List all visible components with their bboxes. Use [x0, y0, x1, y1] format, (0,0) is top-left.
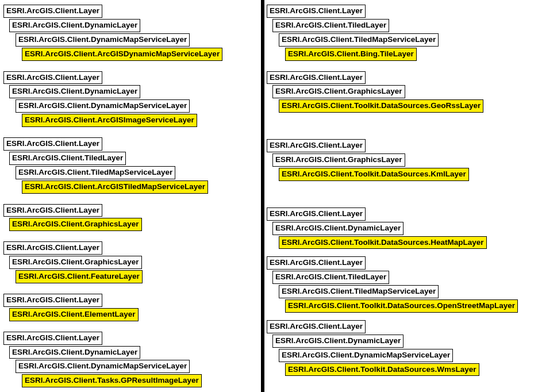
class-row: ESRI.ArcGIS.Client.GraphicsLayer	[267, 152, 535, 167]
class-row: ESRI.ArcGIS.Client.Layer	[267, 70, 535, 84]
hierarchy-group: ESRI.ArcGIS.Client.LayerESRI.ArcGIS.Clie…	[3, 293, 258, 321]
class-box: ESRI.ArcGIS.Client.TiledMapServiceLayer	[16, 166, 175, 179]
class-row: ESRI.ArcGIS.Client.TiledMapServiceLayer	[3, 165, 258, 179]
class-row: ESRI.ArcGIS.Client.DynamicMapServiceLaye…	[3, 359, 258, 373]
class-row: ESRI.ArcGIS.Client.DynamicMapServiceLaye…	[267, 348, 535, 362]
class-box: ESRI.ArcGIS.Client.DynamicMapServiceLaye…	[16, 99, 190, 113]
class-box: ESRI.ArcGIS.Client.DynamicLayer	[9, 85, 140, 98]
class-row: ESRI.ArcGIS.Client.DynamicLayer	[3, 84, 258, 98]
class-box: ESRI.ArcGIS.Client.GraphicsLayer	[9, 256, 142, 269]
left-column: ESRI.ArcGIS.Client.LayerESRI.ArcGIS.Clie…	[0, 0, 261, 392]
class-box: ESRI.ArcGIS.Client.DynamicMapServiceLaye…	[16, 360, 190, 373]
class-row: ESRI.ArcGIS.Client.Tasks.GPResultImageLa…	[3, 373, 258, 387]
class-box: ESRI.ArcGIS.Client.Layer	[3, 71, 102, 84]
class-row: ESRI.ArcGIS.Client.Toolkit.DataSources.K…	[267, 167, 535, 181]
class-box: ESRI.ArcGIS.Client.Layer	[3, 137, 102, 151]
class-row: ESRI.ArcGIS.Client.ArcGISTiledMapService…	[3, 179, 258, 194]
class-row: ESRI.ArcGIS.Client.Layer	[267, 138, 535, 152]
class-row: ESRI.ArcGIS.Client.GraphicsLayer	[3, 217, 258, 231]
class-row: ESRI.ArcGIS.Client.DynamicMapServiceLaye…	[3, 32, 258, 47]
hierarchy-group: ESRI.ArcGIS.Client.LayerESRI.ArcGIS.Clie…	[3, 3, 258, 61]
class-box-leaf: ESRI.ArcGIS.Client.ElementLayer	[9, 308, 139, 321]
class-row: ESRI.ArcGIS.Client.Layer	[3, 203, 258, 217]
hierarchy-group: ESRI.ArcGIS.Client.LayerESRI.ArcGIS.Clie…	[267, 319, 535, 376]
class-row: ESRI.ArcGIS.Client.Layer	[3, 136, 258, 151]
class-row: ESRI.ArcGIS.Client.Toolkit.DataSources.G…	[267, 98, 535, 113]
hierarchy-group: ESRI.ArcGIS.Client.LayerESRI.ArcGIS.Clie…	[267, 138, 535, 181]
class-box: ESRI.ArcGIS.Client.TiledLayer	[272, 271, 389, 284]
class-box-leaf: ESRI.ArcGIS.Client.Toolkit.DataSources.H…	[279, 236, 487, 249]
class-row: ESRI.ArcGIS.Client.TiledMapServiceLayer	[267, 284, 535, 298]
class-box: ESRI.ArcGIS.Client.Layer	[267, 207, 366, 221]
class-row: ESRI.ArcGIS.Client.TiledLayer	[3, 151, 258, 165]
class-box: ESRI.ArcGIS.Client.TiledLayer	[272, 19, 389, 32]
class-row: ESRI.ArcGIS.Client.Layer	[267, 206, 535, 221]
class-box: ESRI.ArcGIS.Client.Layer	[267, 256, 366, 270]
class-row: ESRI.ArcGIS.Client.Layer	[267, 255, 535, 270]
class-row: ESRI.ArcGIS.Client.GraphicsLayer	[267, 84, 535, 98]
class-box: ESRI.ArcGIS.Client.GraphicsLayer	[272, 153, 405, 167]
right-column: ESRI.ArcGIS.Client.LayerESRI.ArcGIS.Clie…	[264, 0, 538, 392]
class-row: ESRI.ArcGIS.Client.Layer	[3, 293, 258, 307]
class-row: ESRI.ArcGIS.Client.Layer	[3, 70, 258, 84]
class-row: ESRI.ArcGIS.Client.Layer	[267, 319, 535, 333]
class-row: ESRI.ArcGIS.Client.FeatureLayer	[3, 269, 258, 283]
class-row: ESRI.ArcGIS.Client.ElementLayer	[3, 307, 258, 321]
class-row: ESRI.ArcGIS.Client.GraphicsLayer	[3, 255, 258, 269]
class-row: ESRI.ArcGIS.Client.Layer	[3, 330, 258, 345]
class-box: ESRI.ArcGIS.Client.Layer	[267, 5, 366, 18]
class-box: ESRI.ArcGIS.Client.DynamicLayer	[9, 346, 140, 359]
class-box-leaf: ESRI.ArcGIS.Client.Bing.TileLayer	[285, 48, 417, 61]
class-row: ESRI.ArcGIS.Client.TiledLayer	[267, 270, 535, 284]
class-row: ESRI.ArcGIS.Client.DynamicLayer	[3, 18, 258, 32]
class-box-leaf: ESRI.ArcGIS.Client.ArcGISDynamicMapServi…	[22, 48, 222, 61]
class-row: ESRI.ArcGIS.Client.ArcGISImageServiceLay…	[3, 113, 258, 127]
class-box: ESRI.ArcGIS.Client.Layer	[267, 139, 366, 152]
hierarchy-group: ESRI.ArcGIS.Client.LayerESRI.ArcGIS.Clie…	[3, 240, 258, 283]
class-box: ESRI.ArcGIS.Client.TiledMapServiceLayer	[279, 285, 439, 298]
class-row: ESRI.ArcGIS.Client.Toolkit.DataSources.H…	[267, 235, 535, 249]
class-row: ESRI.ArcGIS.Client.DynamicLayer	[267, 221, 535, 235]
class-box: ESRI.ArcGIS.Client.Layer	[267, 71, 366, 84]
class-box: ESRI.ArcGIS.Client.Layer	[3, 204, 102, 217]
class-box: ESRI.ArcGIS.Client.Layer	[267, 320, 366, 333]
hierarchy-group: ESRI.ArcGIS.Client.LayerESRI.ArcGIS.Clie…	[3, 330, 258, 388]
class-row: ESRI.ArcGIS.Client.Bing.TileLayer	[267, 47, 535, 61]
class-row: ESRI.ArcGIS.Client.Toolkit.DataSources.O…	[267, 298, 535, 313]
hierarchy-group: ESRI.ArcGIS.Client.LayerESRI.ArcGIS.Clie…	[267, 206, 535, 249]
class-box-leaf: ESRI.ArcGIS.Client.Toolkit.DataSources.O…	[285, 299, 518, 313]
diagram-root: ESRI.ArcGIS.Client.LayerESRI.ArcGIS.Clie…	[0, 0, 538, 392]
class-box: ESRI.ArcGIS.Client.Layer	[3, 294, 102, 307]
hierarchy-group: ESRI.ArcGIS.Client.LayerESRI.ArcGIS.Clie…	[3, 136, 258, 194]
hierarchy-group: ESRI.ArcGIS.Client.LayerESRI.ArcGIS.Clie…	[3, 70, 258, 128]
class-row: ESRI.ArcGIS.Client.Layer	[267, 3, 535, 18]
class-box: ESRI.ArcGIS.Client.DynamicMapServiceLaye…	[16, 33, 190, 47]
class-box: ESRI.ArcGIS.Client.Layer	[3, 332, 102, 345]
class-row: ESRI.ArcGIS.Client.TiledLayer	[267, 18, 535, 32]
class-box: ESRI.ArcGIS.Client.TiledLayer	[9, 152, 126, 165]
class-row: ESRI.ArcGIS.Client.Layer	[3, 3, 258, 18]
hierarchy-group: ESRI.ArcGIS.Client.LayerESRI.ArcGIS.Clie…	[3, 203, 258, 232]
class-box-leaf: ESRI.ArcGIS.Client.ArcGISTiledMapService…	[22, 180, 208, 194]
class-box-leaf: ESRI.ArcGIS.Client.Tasks.GPResultImageLa…	[22, 374, 202, 387]
class-box: ESRI.ArcGIS.Client.GraphicsLayer	[272, 85, 405, 98]
hierarchy-group: ESRI.ArcGIS.Client.LayerESRI.ArcGIS.Clie…	[267, 255, 535, 313]
class-row: ESRI.ArcGIS.Client.TiledMapServiceLayer	[267, 32, 535, 47]
class-row: ESRI.ArcGIS.Client.DynamicLayer	[3, 345, 258, 359]
class-box: ESRI.ArcGIS.Client.DynamicLayer	[272, 335, 403, 348]
class-box: ESRI.ArcGIS.Client.Layer	[3, 241, 102, 255]
class-box-leaf: ESRI.ArcGIS.Client.Toolkit.DataSources.K…	[279, 168, 469, 181]
class-box: ESRI.ArcGIS.Client.DynamicLayer	[9, 19, 140, 32]
class-row: ESRI.ArcGIS.Client.Toolkit.DataSources.W…	[267, 362, 535, 376]
class-box-leaf: ESRI.ArcGIS.Client.GraphicsLayer	[9, 218, 142, 231]
hierarchy-group: ESRI.ArcGIS.Client.LayerESRI.ArcGIS.Clie…	[267, 3, 535, 61]
class-row: ESRI.ArcGIS.Client.DynamicMapServiceLaye…	[3, 98, 258, 113]
hierarchy-group: ESRI.ArcGIS.Client.LayerESRI.ArcGIS.Clie…	[267, 70, 535, 113]
class-box: ESRI.ArcGIS.Client.TiledMapServiceLayer	[279, 33, 439, 47]
class-row: ESRI.ArcGIS.Client.Layer	[3, 240, 258, 255]
class-box: ESRI.ArcGIS.Client.Layer	[3, 5, 102, 18]
class-box-leaf: ESRI.ArcGIS.Client.ArcGISImageServiceLay…	[22, 114, 197, 127]
class-row: ESRI.ArcGIS.Client.DynamicLayer	[267, 333, 535, 348]
class-box: ESRI.ArcGIS.Client.DynamicMapServiceLaye…	[279, 349, 453, 362]
class-box-leaf: ESRI.ArcGIS.Client.Toolkit.DataSources.G…	[279, 99, 483, 113]
